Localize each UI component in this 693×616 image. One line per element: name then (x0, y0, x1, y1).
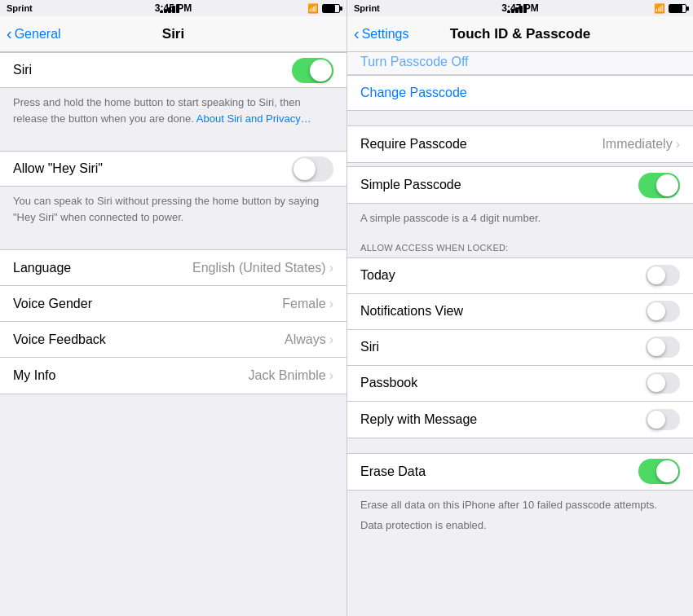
require-passcode-row[interactable]: Require Passcode Immediately › (347, 126, 693, 162)
simple-passcode-label: Simple Passcode (360, 178, 461, 192)
reply-message-toggle[interactable] (646, 409, 680, 430)
voice-gender-row[interactable]: Voice Gender Female › (0, 286, 346, 322)
gap2 (0, 235, 346, 249)
siri-toggle[interactable] (292, 58, 333, 83)
simple-passcode-desc: A simple passcode is a 4 digit number. (347, 204, 693, 236)
hey-siri-description: You can speak to Siri without pressing t… (0, 187, 346, 235)
require-passcode-label: Require Passcode (360, 137, 467, 152)
touchid-screen: Sprint 3:47 PM 📶 ‹ Settings Touch ID & P… (346, 0, 693, 616)
passbook-knob (647, 374, 665, 392)
erase-data-label: Erase Data (360, 464, 426, 479)
siri-main-row: Siri (0, 52, 346, 88)
hey-siri-toggle[interactable] (292, 156, 333, 182)
hey-siri-toggle-knob (294, 158, 316, 180)
hey-siri-label: Allow "Hey Siri" (13, 161, 103, 176)
notifications-toggle[interactable] (646, 301, 680, 322)
nav-title-right: Touch ID & Passcode (450, 26, 591, 42)
siri-description: Press and hold the home button to start … (0, 88, 346, 136)
my-info-value: Jack Bnimble › (249, 368, 333, 383)
chevron-icon-left: ‹ (7, 25, 12, 42)
today-toggle[interactable] (646, 265, 680, 286)
notifications-knob (647, 302, 665, 320)
gap-r1 (347, 111, 693, 125)
hey-siri-desc-text: You can speak to Siri without pressing t… (13, 195, 319, 223)
siri-lock-row: Siri (347, 330, 693, 366)
gap1 (0, 136, 346, 151)
siri-content: Siri Press and hold the home button to s… (0, 52, 346, 616)
time-right: 3:47 PM (501, 2, 538, 14)
change-passcode-link[interactable]: Change Passcode (360, 86, 467, 100)
chevron-info: › (329, 368, 333, 383)
battery-icon-right (669, 4, 686, 13)
reply-message-row: Reply with Message (347, 402, 693, 438)
today-label: Today (360, 268, 395, 283)
chevron-gender: › (329, 297, 333, 311)
chevron-feedback: › (329, 332, 333, 347)
hey-siri-row: Allow "Hey Siri" (0, 151, 346, 187)
carrier-right: Sprint (354, 3, 380, 13)
carrier-left: Sprint (7, 3, 33, 13)
wifi-icon-left: 📶 (307, 3, 319, 14)
locked-items-group: Today Notifications View Siri Passbook (347, 257, 693, 438)
my-info-row[interactable]: My Info Jack Bnimble › (0, 358, 346, 394)
erase-data-knob (656, 460, 678, 482)
turn-passcode-off-partial: Turn Passcode Off (347, 52, 693, 75)
language-row[interactable]: Language English (United States) › (0, 250, 346, 286)
simple-passcode-row: Simple Passcode (347, 167, 693, 203)
language-value: English (United States) › (192, 261, 333, 275)
touchid-content: Turn Passcode Off Change Passcode Requir… (347, 52, 693, 616)
erase-data-toggle[interactable] (638, 459, 680, 484)
reply-message-label: Reply with Message (360, 412, 477, 427)
today-knob (647, 266, 665, 284)
chevron-require: › (676, 137, 680, 152)
passbook-row: Passbook (347, 366, 693, 402)
change-passcode-row[interactable]: Change Passcode (347, 75, 693, 111)
my-info-label: My Info (13, 368, 55, 383)
back-button-right[interactable]: ‹ Settings (354, 26, 408, 42)
status-right-right: 📶 (654, 3, 686, 14)
require-passcode-group: Require Passcode Immediately › (347, 125, 693, 163)
status-right-left: 📶 (307, 3, 340, 14)
battery-icon-left (322, 4, 340, 13)
allow-section-header: ALLOW ACCESS WHEN LOCKED: (347, 236, 693, 257)
erase-data-row: Erase Data (347, 454, 693, 490)
voice-gender-value: Female › (282, 297, 333, 311)
siri-label: Siri (13, 63, 32, 77)
siri-lock-label: Siri (360, 340, 379, 354)
siri-privacy-link[interactable]: About Siri and Privacy… (196, 112, 311, 125)
notifications-label: Notifications View (360, 304, 463, 319)
passbook-label: Passbook (360, 376, 417, 390)
gap-r3 (347, 438, 693, 453)
voice-gender-label: Voice Gender (13, 297, 92, 311)
time-left: 3:45 PM (155, 2, 192, 14)
nav-bar-left: ‹ General Siri (0, 16, 346, 52)
erase-data-desc: Erase all data on this iPhone after 10 f… (347, 491, 693, 539)
erase-data-group: Erase Data (347, 453, 693, 491)
simple-passcode-knob (656, 174, 678, 196)
notifications-view-row: Notifications View (347, 294, 693, 330)
siri-toggle-knob (310, 59, 332, 81)
back-button-left[interactable]: ‹ General (7, 26, 61, 42)
voice-feedback-value: Always › (285, 332, 333, 347)
simple-passcode-toggle[interactable] (638, 173, 680, 198)
status-bar-right: Sprint 3:47 PM 📶 (347, 0, 693, 16)
siri-lock-toggle[interactable] (646, 337, 680, 358)
today-row: Today (347, 258, 693, 294)
voice-feedback-label: Voice Feedback (13, 332, 106, 347)
back-label-right: Settings (362, 27, 409, 42)
chevron-language: › (329, 261, 333, 275)
siri-lock-knob (647, 338, 665, 356)
language-label: Language (13, 261, 71, 275)
passbook-toggle[interactable] (646, 372, 680, 394)
simple-passcode-group: Simple Passcode (347, 166, 693, 204)
wifi-icon-right: 📶 (654, 3, 665, 14)
voice-feedback-row[interactable]: Voice Feedback Always › (0, 322, 346, 358)
require-passcode-value: Immediately › (602, 137, 680, 152)
chevron-icon-right: ‹ (354, 25, 360, 42)
status-bar-left: Sprint 3:45 PM 📶 (0, 0, 346, 16)
nav-bar-right: ‹ Settings Touch ID & Passcode (347, 16, 693, 52)
settings-rows-group: Language English (United States) › Voice… (0, 249, 346, 394)
nav-title-left: Siri (162, 26, 184, 42)
turn-passcode-off-link[interactable]: Turn Passcode Off (360, 55, 469, 69)
back-label-left: General (15, 27, 61, 42)
